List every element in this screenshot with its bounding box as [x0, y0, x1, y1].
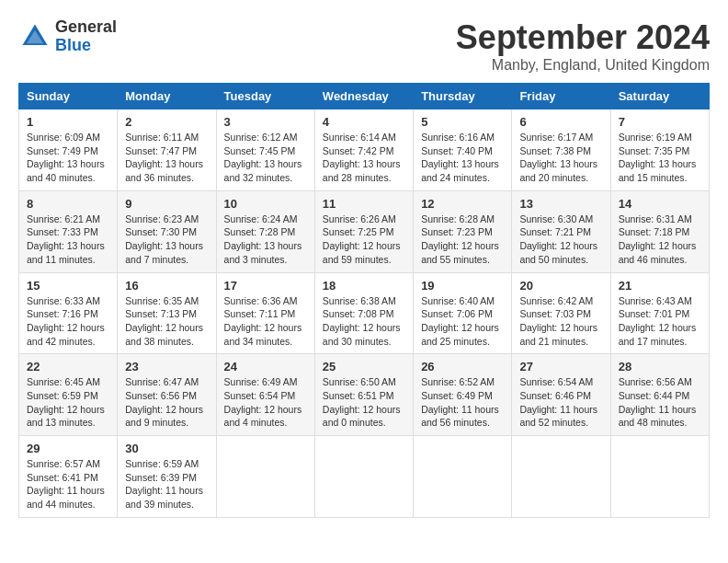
day-info: Sunrise: 6:30 AMSunset: 7:21 PMDaylight:… — [519, 213, 602, 267]
day-number: 21 — [619, 279, 701, 293]
calendar-day-24: 24Sunrise: 6:49 AMSunset: 6:54 PMDayligh… — [216, 354, 314, 436]
calendar-day-25: 25Sunrise: 6:50 AMSunset: 6:51 PMDayligh… — [314, 354, 413, 436]
day-info: Sunrise: 6:31 AMSunset: 7:18 PMDaylight:… — [619, 213, 701, 267]
calendar-day-10: 10Sunrise: 6:24 AMSunset: 7:28 PMDayligh… — [216, 190, 314, 272]
day-number: 16 — [125, 279, 208, 293]
calendar-table: SundayMondayTuesdayWednesdayThursdayFrid… — [18, 83, 710, 518]
calendar-day-14: 14Sunrise: 6:31 AMSunset: 7:18 PMDayligh… — [610, 190, 709, 272]
day-info: Sunrise: 6:40 AMSunset: 7:06 PMDaylight:… — [421, 294, 504, 349]
calendar-week-1: 1Sunrise: 6:09 AMSunset: 7:49 PMDaylight… — [19, 109, 710, 191]
calendar-week-2: 8Sunrise: 6:21 AMSunset: 7:33 PMDaylight… — [19, 190, 710, 272]
calendar-day-16: 16Sunrise: 6:35 AMSunset: 7:13 PMDayligh… — [118, 272, 216, 354]
logo-text: General Blue — [55, 18, 117, 55]
day-info: Sunrise: 6:43 AMSunset: 7:01 PMDaylight:… — [619, 294, 701, 349]
calendar-day-4: 4Sunrise: 6:14 AMSunset: 7:42 PMDaylight… — [314, 109, 413, 191]
day-info: Sunrise: 6:59 AMSunset: 6:39 PMDaylight:… — [125, 457, 208, 511]
calendar-header-row: SundayMondayTuesdayWednesdayThursdayFrid… — [19, 84, 710, 109]
calendar-day-5: 5Sunrise: 6:16 AMSunset: 7:40 PMDaylight… — [414, 109, 512, 191]
day-number: 20 — [519, 279, 602, 293]
day-number: 15 — [27, 279, 109, 293]
day-number: 18 — [323, 279, 405, 293]
day-number: 23 — [125, 360, 208, 373]
calendar-day-7: 7Sunrise: 6:19 AMSunset: 7:35 PMDaylight… — [610, 109, 709, 191]
calendar-day-2: 2Sunrise: 6:11 AMSunset: 7:47 PMDaylight… — [118, 109, 216, 191]
month-title: September 2024 — [456, 18, 710, 57]
calendar-day-23: 23Sunrise: 6:47 AMSunset: 6:56 PMDayligh… — [118, 354, 216, 436]
day-info: Sunrise: 6:47 AMSunset: 6:56 PMDaylight:… — [125, 375, 208, 430]
day-info: Sunrise: 6:38 AMSunset: 7:08 PMDaylight:… — [323, 294, 405, 349]
day-info: Sunrise: 6:23 AMSunset: 7:30 PMDaylight:… — [125, 213, 208, 267]
day-info: Sunrise: 6:26 AMSunset: 7:25 PMDaylight:… — [323, 213, 405, 267]
day-info: Sunrise: 6:11 AMSunset: 7:47 PMDaylight:… — [125, 131, 208, 185]
day-info: Sunrise: 6:35 AMSunset: 7:13 PMDaylight:… — [125, 294, 208, 349]
day-number: 12 — [421, 197, 504, 211]
day-number: 13 — [519, 197, 602, 211]
calendar-day-18: 18Sunrise: 6:38 AMSunset: 7:08 PMDayligh… — [314, 272, 413, 354]
calendar-week-5: 29Sunrise: 6:57 AMSunset: 6:41 PMDayligh… — [19, 436, 710, 518]
calendar-day-19: 19Sunrise: 6:40 AMSunset: 7:06 PMDayligh… — [414, 272, 512, 354]
day-number: 6 — [519, 115, 602, 129]
calendar-day-21: 21Sunrise: 6:43 AMSunset: 7:01 PMDayligh… — [610, 272, 709, 354]
day-number: 27 — [519, 360, 602, 373]
day-info: Sunrise: 6:33 AMSunset: 7:16 PMDaylight:… — [27, 294, 109, 349]
logo-blue: Blue — [55, 37, 117, 55]
calendar-day-26: 26Sunrise: 6:52 AMSunset: 6:49 PMDayligh… — [414, 354, 512, 436]
calendar-day-12: 12Sunrise: 6:28 AMSunset: 7:23 PMDayligh… — [414, 190, 512, 272]
day-number: 22 — [27, 360, 109, 373]
day-info: Sunrise: 6:52 AMSunset: 6:49 PMDaylight:… — [421, 375, 504, 430]
day-number: 9 — [125, 197, 208, 211]
day-info: Sunrise: 6:36 AMSunset: 7:11 PMDaylight:… — [224, 294, 307, 349]
calendar-day-9: 9Sunrise: 6:23 AMSunset: 7:30 PMDaylight… — [118, 190, 216, 272]
calendar-day-3: 3Sunrise: 6:12 AMSunset: 7:45 PMDaylight… — [216, 109, 314, 191]
header: General Blue September 2024 Manby, Engla… — [18, 18, 710, 74]
calendar-day-13: 13Sunrise: 6:30 AMSunset: 7:21 PMDayligh… — [512, 190, 610, 272]
day-info: Sunrise: 6:16 AMSunset: 7:40 PMDaylight:… — [421, 131, 504, 185]
logo-icon — [18, 20, 51, 53]
day-number: 30 — [125, 442, 208, 455]
empty-cell — [414, 436, 512, 518]
title-area: September 2024 Manby, England, United Ki… — [456, 18, 710, 74]
day-number: 7 — [619, 115, 701, 129]
empty-cell — [314, 436, 413, 518]
header-saturday: Saturday — [610, 84, 709, 109]
header-sunday: Sunday — [19, 84, 118, 109]
day-number: 10 — [224, 197, 307, 211]
calendar-day-29: 29Sunrise: 6:57 AMSunset: 6:41 PMDayligh… — [19, 436, 118, 518]
calendar-day-30: 30Sunrise: 6:59 AMSunset: 6:39 PMDayligh… — [118, 436, 216, 518]
day-number: 28 — [619, 360, 701, 373]
header-monday: Monday — [118, 84, 216, 109]
header-friday: Friday — [512, 84, 610, 109]
day-number: 2 — [125, 115, 208, 129]
day-number: 8 — [27, 197, 109, 211]
day-info: Sunrise: 6:56 AMSunset: 6:44 PMDaylight:… — [619, 375, 701, 430]
day-info: Sunrise: 6:42 AMSunset: 7:03 PMDaylight:… — [519, 294, 602, 349]
day-info: Sunrise: 6:19 AMSunset: 7:35 PMDaylight:… — [619, 131, 701, 185]
day-number: 1 — [27, 115, 109, 129]
day-number: 3 — [224, 115, 307, 129]
day-info: Sunrise: 6:12 AMSunset: 7:45 PMDaylight:… — [224, 131, 307, 185]
day-number: 25 — [323, 360, 405, 373]
calendar-day-8: 8Sunrise: 6:21 AMSunset: 7:33 PMDaylight… — [19, 190, 118, 272]
day-info: Sunrise: 6:09 AMSunset: 7:49 PMDaylight:… — [27, 131, 109, 185]
day-info: Sunrise: 6:49 AMSunset: 6:54 PMDaylight:… — [224, 375, 307, 430]
calendar-day-20: 20Sunrise: 6:42 AMSunset: 7:03 PMDayligh… — [512, 272, 610, 354]
day-info: Sunrise: 6:14 AMSunset: 7:42 PMDaylight:… — [323, 131, 405, 185]
calendar-day-1: 1Sunrise: 6:09 AMSunset: 7:49 PMDaylight… — [19, 109, 118, 191]
calendar-day-22: 22Sunrise: 6:45 AMSunset: 6:59 PMDayligh… — [19, 354, 118, 436]
calendar-week-3: 15Sunrise: 6:33 AMSunset: 7:16 PMDayligh… — [19, 272, 710, 354]
day-info: Sunrise: 6:57 AMSunset: 6:41 PMDaylight:… — [27, 457, 109, 511]
calendar-day-17: 17Sunrise: 6:36 AMSunset: 7:11 PMDayligh… — [216, 272, 314, 354]
day-number: 26 — [421, 360, 504, 373]
day-number: 5 — [421, 115, 504, 129]
day-info: Sunrise: 6:21 AMSunset: 7:33 PMDaylight:… — [27, 213, 109, 267]
location: Manby, England, United Kingdom — [456, 57, 710, 74]
day-info: Sunrise: 6:17 AMSunset: 7:38 PMDaylight:… — [519, 131, 602, 185]
day-number: 24 — [224, 360, 307, 373]
calendar-day-11: 11Sunrise: 6:26 AMSunset: 7:25 PMDayligh… — [314, 190, 413, 272]
calendar-week-4: 22Sunrise: 6:45 AMSunset: 6:59 PMDayligh… — [19, 354, 710, 436]
calendar-day-15: 15Sunrise: 6:33 AMSunset: 7:16 PMDayligh… — [19, 272, 118, 354]
header-wednesday: Wednesday — [314, 84, 413, 109]
logo: General Blue — [18, 18, 117, 55]
header-tuesday: Tuesday — [216, 84, 314, 109]
day-info: Sunrise: 6:54 AMSunset: 6:46 PMDaylight:… — [519, 375, 602, 430]
